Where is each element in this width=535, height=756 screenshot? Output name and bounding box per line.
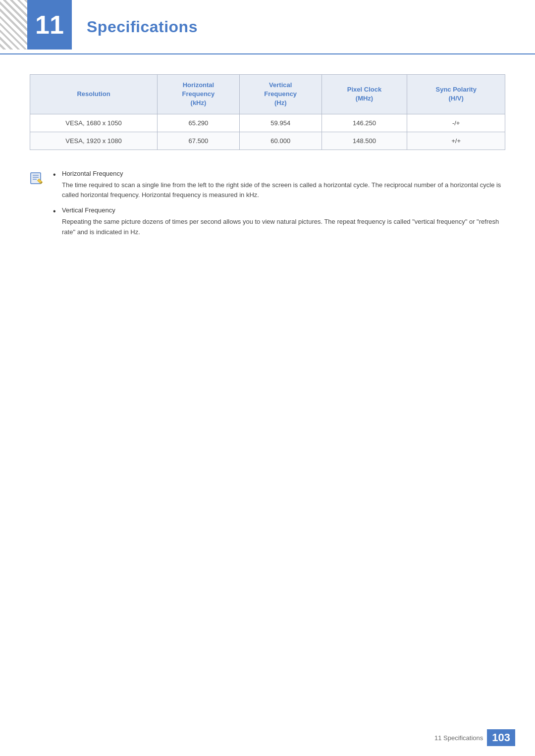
note-body-1: Repeating the same picture dozens of tim… [62,217,505,238]
table-cell-1-4: +/+ [407,132,505,150]
table-cell-0-1: 65.290 [158,114,240,132]
chapter-number-block: 11 [27,0,72,50]
note-item-0: Horizontal FrequencyThe time required to… [53,170,505,201]
table-cell-0-2: 59.954 [239,114,321,132]
note-title-1: Vertical Frequency [62,206,505,214]
specifications-table: Resolution HorizontalFrequency(kHz) Vert… [30,74,505,150]
table-cell-1-1: 67.500 [158,132,240,150]
col-header-v-freq: VerticalFrequency(Hz) [239,75,321,114]
note-title-0: Horizontal Frequency [62,170,505,177]
footer-label: 11 Specifications [434,734,483,742]
table-cell-0-3: 146.250 [321,114,407,132]
table-cell-1-3: 148.500 [321,132,407,150]
table-cell-1-0: VESA, 1920 x 1080 [30,132,158,150]
page-title: Specifications [87,18,198,36]
main-content: Resolution HorizontalFrequency(kHz) Vert… [0,74,535,249]
table-row: VESA, 1680 x 105065.29059.954146.250-/+ [30,114,505,132]
note-icon [30,171,46,185]
col-header-pixel-clock: Pixel Clock(MHz) [321,75,407,114]
footer-page-number: 103 [487,729,515,746]
page-footer: 11 Specifications 103 [434,729,515,746]
table-cell-0-4: -/+ [407,114,505,132]
page-header: Specifications [0,0,535,54]
table-row: VESA, 1920 x 108067.50060.000148.500+/+ [30,132,505,150]
notes-section: Horizontal FrequencyThe time required to… [30,165,505,249]
col-header-h-freq: HorizontalFrequency(kHz) [158,75,240,114]
notes-list: Horizontal FrequencyThe time required to… [53,170,505,244]
col-header-resolution: Resolution [30,75,158,114]
col-header-sync-polarity: Sync Polarity(H/V) [407,75,505,114]
chapter-number: 11 [35,12,64,38]
note-item-1: Vertical FrequencyRepeating the same pic… [53,206,505,238]
table-header-row: Resolution HorizontalFrequency(kHz) Vert… [30,75,505,114]
note-body-0: The time required to scan a single line … [62,180,505,201]
table-cell-0-0: VESA, 1680 x 1050 [30,114,158,132]
table-cell-1-2: 60.000 [239,132,321,150]
